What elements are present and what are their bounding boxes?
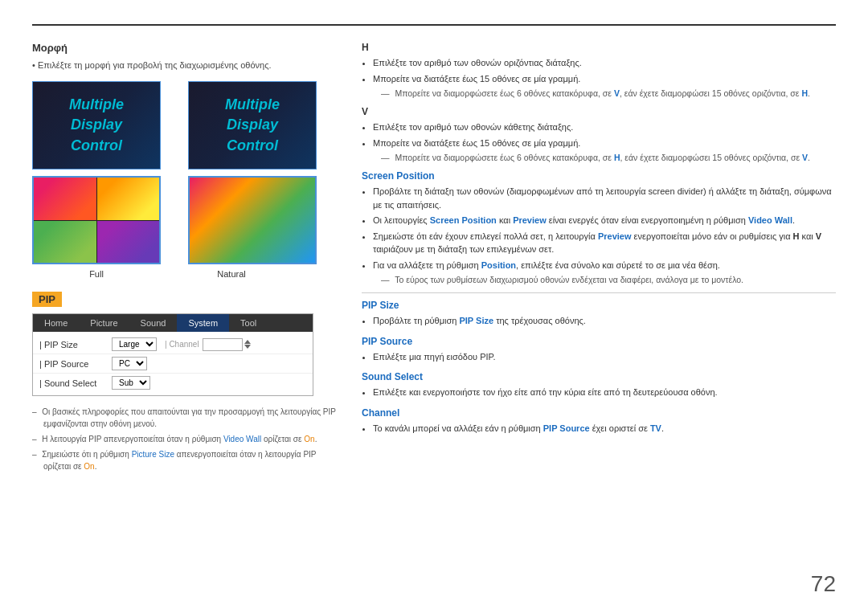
- photo-full-image: [190, 178, 315, 263]
- channel-bullet-1: Το κανάλι μπορεί να αλλάξει εάν η ρύθμισ…: [373, 422, 836, 435]
- morfi-title: Μορφή: [32, 42, 338, 54]
- left-column: Μορφή • Επιλέξτε τη μορφή για προβολή τη…: [32, 42, 338, 589]
- channel-section: Channel Το κανάλι μπορεί να αλλάξει εάν …: [362, 407, 836, 435]
- pip-note-1: – Οι βασικές πληροφορίες που απαιτούνται…: [32, 406, 338, 430]
- sp-bullet-3: Σημειώστε ότι εάν έχουν επιλεγεί πολλά σ…: [373, 230, 836, 256]
- screen-position-title: Screen Position: [362, 170, 836, 182]
- pip-source-bullets: Επιλέξτε μια πηγή εισόδου PIP.: [362, 350, 836, 364]
- mdc-text-2: Multiple Display Control: [225, 95, 280, 156]
- sound-select-title: Sound Select: [362, 371, 836, 382]
- pip-size-title: PIP Size: [362, 300, 836, 311]
- screen-position-section: Screen Position Προβάλτε τη διάταξη των …: [362, 170, 836, 284]
- pip-size-bullets: Προβάλτε τη ρύθμιση PIP Size της τρέχουσ…: [362, 314, 836, 328]
- label-full: Full: [32, 269, 161, 279]
- sound-select-bullet-1: Επιλέξτε και ενεργοποιήστε τον ήχο είτε …: [373, 386, 836, 399]
- mdc-line2-2: Display: [225, 115, 280, 135]
- top-divider: [32, 24, 836, 26]
- image-labels: Full Natural: [32, 269, 338, 279]
- sp-bullet-2: Οι λειτουργίες Screen Position και Previ…: [373, 214, 836, 227]
- arrow-up-icon: [244, 340, 251, 344]
- photo-cell-1-2: [97, 178, 160, 220]
- mdc-line1-1: Multiple: [69, 95, 124, 115]
- mdc-line2-1: Display: [69, 115, 124, 135]
- pip-row-sound: | Sound Select Sub: [33, 374, 313, 392]
- mdc-line3-1: Control: [69, 136, 124, 156]
- h-bullets: Επιλέξτε τον αριθμό των οθονών οριζόντια…: [362, 56, 836, 85]
- pip-tab-tool[interactable]: Tool: [229, 314, 268, 332]
- pip-source-label: | PIP Source: [39, 359, 112, 369]
- sp-bullet-4: Για να αλλάξετε τη ρύθμιση Position, επι…: [373, 259, 836, 272]
- morfi-description: • Επιλέξτε τη μορφή για προβολή της διαχ…: [32, 60, 338, 70]
- pip-source-bullet-1: Επιλέξτε μια πηγή εισόδου PIP.: [373, 350, 836, 364]
- pip-tab-home[interactable]: Home: [33, 314, 79, 332]
- page-container: Μορφή • Επιλέξτε τη μορφή για προβολή τη…: [0, 0, 868, 613]
- photo-cell-1-1: [34, 178, 96, 220]
- pip-size-value: Large: [112, 337, 157, 351]
- v-sub-note: Μπορείτε να διαμορφώσετε έως 6 οθόνες κα…: [373, 153, 836, 162]
- photo-full-1: [188, 176, 317, 264]
- pip-size-select[interactable]: Large: [112, 337, 157, 351]
- channel-bullets: Το κανάλι μπορεί να αλλάξει εάν η ρύθμισ…: [362, 422, 836, 435]
- pip-tab-system[interactable]: System: [177, 314, 229, 332]
- mdc-image-1: Multiple Display Control: [32, 81, 161, 170]
- mdc-image-2: Multiple Display Control: [188, 81, 317, 170]
- pip-source-value: PC: [112, 357, 147, 370]
- mdc-line1-2: Multiple: [225, 95, 280, 115]
- pip-note-3: – Σημειώστε ότι η ρύθμιση Picture Size α…: [32, 448, 338, 472]
- h-bullet-2: Μπορείτε να διατάξετε έως 15 οθόνες σε μ…: [373, 72, 836, 86]
- pip-row-source: | PIP Source PC: [33, 354, 313, 374]
- sound-select-bullets: Επιλέξτε και ενεργοποιήστε τον ήχο είτε …: [362, 386, 836, 399]
- v-bullet-1: Επιλέξτε τον αριθμό των οθονών κάθετης δ…: [373, 121, 836, 134]
- pip-size-bullet-1: Προβάλτε τη ρύθμιση PIP Size της τρέχουσ…: [373, 314, 836, 328]
- pip-row-size: | PIP Size Large | Channel: [33, 335, 313, 354]
- pip-menu: Home Picture Sound System Tool | PIP Siz…: [32, 313, 313, 396]
- sp-bullet-1: Προβάλτε τη διάταξη των οθονών (διαμορφω…: [373, 185, 836, 211]
- v-bullet-2: Μπορείτε να διατάξετε έως 15 οθόνες σε μ…: [373, 137, 836, 150]
- pip-channel-input[interactable]: [203, 338, 243, 351]
- photo-cell-1-4: [97, 221, 160, 264]
- dash-icon-3: –: [32, 450, 37, 459]
- h-bullet-1: Επιλέξτε τον αριθμό των οθονών οριζόντια…: [373, 56, 836, 70]
- pip-size-section: PIP Size Προβάλτε τη ρύθμιση PIP Size τη…: [362, 300, 836, 328]
- pip-source-select[interactable]: PC: [112, 357, 147, 370]
- pip-label: PIP: [32, 292, 62, 307]
- dash-icon-1: –: [32, 407, 37, 416]
- pip-tab-sound[interactable]: Sound: [129, 314, 178, 332]
- arrow-down-icon: [244, 345, 251, 349]
- pip-size-label: | PIP Size: [39, 340, 112, 349]
- channel-title: Channel: [362, 407, 836, 419]
- pip-tab-picture[interactable]: Picture: [79, 314, 129, 332]
- photo-collage-1: [32, 176, 161, 264]
- sp-sub-note: Το εύρος των ρυθμίσεων διαχωρισμού οθονώ…: [373, 275, 836, 284]
- pip-tabs: Home Picture Sound System Tool: [33, 314, 313, 332]
- pip-channel-arrows: [244, 340, 251, 349]
- main-content: Μορφή • Επιλέξτε τη μορφή για προβολή τη…: [32, 42, 836, 589]
- sound-select-section: Sound Select Επιλέξτε και ενεργοποιήστε …: [362, 371, 836, 399]
- image-grid: Multiple Display Control Multiple Displa…: [32, 81, 338, 264]
- photo-cell-1-3: [34, 221, 96, 264]
- pip-sound-label: | Sound Select: [39, 378, 112, 388]
- pip-rows: | PIP Size Large | Channel: [33, 332, 313, 395]
- pip-channel-label: | Channel: [165, 340, 199, 349]
- dash-icon-2: –: [32, 435, 37, 443]
- collage-grid-1: [34, 178, 159, 263]
- h-sub-note: Μπορείτε να διαμορφώσετε έως 6 οθόνες κα…: [373, 88, 836, 98]
- v-bullets: Επιλέξτε τον αριθμό των οθονών κάθετης δ…: [362, 121, 836, 149]
- h-section: H Επιλέξτε τον αριθμό των οθονών οριζόντ…: [362, 42, 836, 98]
- pip-sound-value: Sub: [112, 376, 150, 390]
- right-column: H Επιλέξτε τον αριθμό των οθονών οριζόντ…: [362, 42, 836, 589]
- pip-source-title: PIP Source: [362, 336, 836, 347]
- label-natural: Natural: [167, 269, 296, 279]
- pip-sound-select[interactable]: Sub: [112, 376, 150, 390]
- v-label: V: [362, 106, 836, 117]
- pip-source-section: PIP Source Επιλέξτε μια πηγή εισόδου PIP…: [362, 336, 836, 364]
- pip-note-2: – Η λειτουργία PIP απενεργοποιείται όταν…: [32, 433, 338, 445]
- pip-notes: – Οι βασικές πληροφορίες που απαιτούνται…: [32, 406, 338, 472]
- section-divider: [362, 292, 836, 293]
- v-section: V Επιλέξτε τον αριθμό των οθονών κάθετης…: [362, 106, 836, 162]
- h-label: H: [362, 42, 836, 53]
- morfi-section: Μορφή • Επιλέξτε τη μορφή για προβολή τη…: [32, 42, 338, 279]
- mdc-text-1: Multiple Display Control: [69, 95, 124, 156]
- screen-position-bullets: Προβάλτε τη διάταξη των οθονών (διαμορφω…: [362, 185, 836, 272]
- page-number: 72: [811, 571, 836, 597]
